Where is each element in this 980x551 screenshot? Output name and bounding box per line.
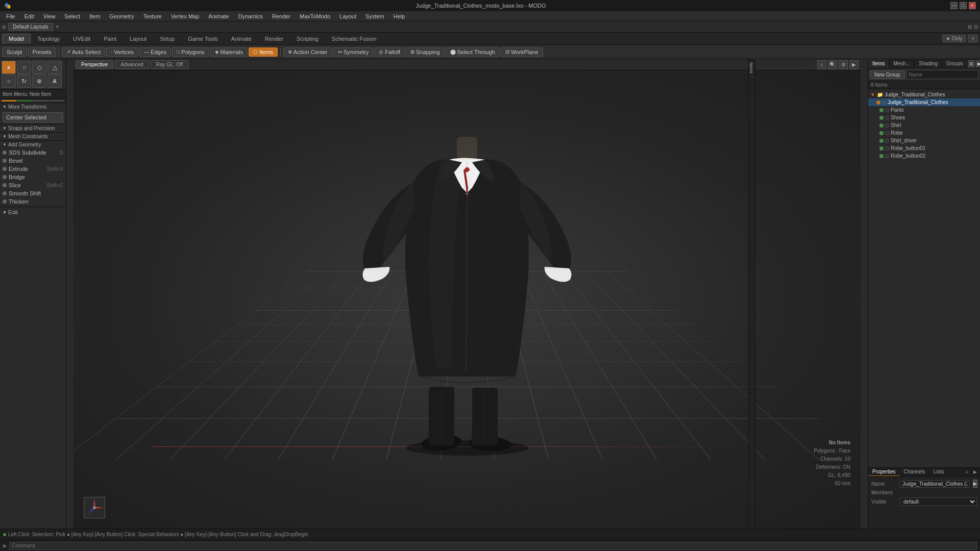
advanced-tab[interactable]: Advanced	[115, 60, 149, 69]
menu-item-vertex map[interactable]: Vertex Map	[167, 12, 204, 20]
workspace-tab-animate[interactable]: Animate	[225, 34, 258, 44]
menu-item-edit[interactable]: Edit	[20, 12, 38, 20]
default-layouts-btn[interactable]: Default Layouts	[8, 23, 53, 31]
vp-icon-more[interactable]: ▶	[849, 60, 859, 69]
item-menu-label[interactable]: Item Menu: New Item	[0, 89, 66, 99]
star-only-btn[interactable]: ★ Only	[942, 35, 966, 42]
vp-icon-settings[interactable]: ⚙	[839, 60, 848, 69]
name-prop-btn[interactable]: ▶	[973, 480, 977, 488]
scene-root-group[interactable]: ▼ 📁 Judge_Traditional_Clothes	[868, 91, 980, 98]
name-filter-input[interactable]	[906, 70, 978, 79]
raygl-tab[interactable]: Ray GL: Off	[151, 60, 189, 69]
text-tool-btn[interactable]: A	[47, 74, 62, 88]
items-side-tab[interactable]: Items	[749, 59, 755, 77]
minimize-btn[interactable]: —	[950, 2, 958, 9]
poly-tool-btn[interactable]: △	[47, 61, 62, 74]
workspace-tab-scripting[interactable]: Scripting	[290, 34, 325, 44]
name-prop-input[interactable]	[900, 480, 970, 488]
workspace-tab-uvedit[interactable]: UVEdit	[66, 34, 97, 44]
items-tab[interactable]: Items	[868, 59, 889, 68]
robe-btn02-item[interactable]: ⬡ Robe_button02	[868, 152, 980, 160]
menu-item-system[interactable]: System	[361, 12, 388, 20]
paint-tool-btn[interactable]: ○	[17, 61, 31, 74]
robe-item[interactable]: ⬡ Robe	[868, 129, 980, 137]
materials-btn[interactable]: ◈Materials	[210, 47, 248, 57]
scene-tree-btn1[interactable]: ⊞	[968, 60, 975, 67]
extrude-tool[interactable]: Extrude Shift+X	[0, 165, 66, 173]
properties-tab[interactable]: Properties	[868, 468, 900, 476]
thicken-tool[interactable]: Thicken	[0, 197, 66, 206]
workspace-tab-topology[interactable]: Topology	[31, 34, 66, 44]
shoes-item[interactable]: ⬡ Shoes	[868, 114, 980, 121]
menu-item-animate[interactable]: Animate	[204, 12, 233, 20]
perspective-tab[interactable]: Perspective	[76, 60, 113, 69]
symmetry-btn[interactable]: ⇔Symmetry	[333, 47, 374, 57]
menu-item-texture[interactable]: Texture	[139, 12, 166, 20]
shading-tab[interactable]: Shading	[915, 59, 942, 68]
vp-icon-home[interactable]: ⌂	[817, 60, 826, 69]
presets-btn[interactable]: Presets	[28, 47, 56, 57]
menu-item-layout[interactable]: Layout	[335, 12, 360, 20]
scene-tree-btn2[interactable]: ▶	[976, 60, 980, 67]
props-add-btn[interactable]: +	[963, 468, 970, 475]
edge-tool-btn[interactable]: ◇	[32, 61, 46, 74]
main-mesh-item[interactable]: ⬡ Judge_Traditional_Clothes	[868, 98, 980, 106]
edges-btn[interactable]: —Edges	[139, 47, 171, 57]
workspace-tab-layout[interactable]: Layout	[123, 34, 153, 44]
bevel-tool[interactable]: Bevel	[0, 157, 66, 165]
auto-select-btn[interactable]: ↗Auto Select	[62, 47, 105, 57]
menu-item-select[interactable]: Select	[60, 12, 84, 20]
menu-item-view[interactable]: View	[39, 12, 60, 20]
more-transforms-header[interactable]: ▼ More Transforms	[0, 103, 66, 111]
center-selected-btn[interactable]: Center Selected	[3, 112, 63, 122]
workspace-tab-schematic-fusion[interactable]: Schematic Fusion	[325, 34, 383, 44]
items-btn[interactable]: ⬡Items	[249, 47, 278, 57]
workspace-tab-setup[interactable]: Setup	[153, 34, 181, 44]
rotate-tool-btn[interactable]: ↻	[17, 74, 31, 88]
maximize-btn[interactable]: □	[960, 2, 967, 9]
scale-tool-btn[interactable]: ⊕	[32, 74, 46, 88]
menu-item-item[interactable]: Item	[85, 12, 104, 20]
visible-select[interactable]: default yes no	[900, 497, 977, 506]
falloff-btn[interactable]: ◎Falloff	[374, 47, 405, 57]
select-through-btn[interactable]: ⬤Select Through	[446, 47, 500, 57]
snapping-btn[interactable]: ⊞Snapping	[406, 47, 445, 57]
select-tool-btn[interactable]: ●	[2, 61, 16, 74]
workspace-tab-paint[interactable]: Paint	[97, 34, 123, 44]
sculpt-btn[interactable]: Sculpt	[2, 47, 27, 57]
sds-subdivide-tool[interactable]: SDS Subdivide D	[0, 148, 66, 157]
mesh-tab[interactable]: Mesh...	[889, 59, 915, 68]
menu-item-file[interactable]: File	[2, 12, 19, 20]
props-more-btn[interactable]: ▶	[971, 468, 978, 475]
bridge-tool[interactable]: Bridge	[0, 173, 66, 181]
slice-tool[interactable]: Slice Shift+C	[0, 181, 66, 189]
move-tool-btn[interactable]: ○	[2, 74, 16, 88]
smooth-shift-tool[interactable]: Smooth Shift	[0, 189, 66, 197]
snaps-header[interactable]: ▼ Snaps and Precision	[0, 124, 66, 132]
robe-btn01-item[interactable]: ⬡ Robe_button01	[868, 144, 980, 152]
channels-tab[interactable]: Channels	[900, 468, 929, 476]
menu-item-maxtomodo[interactable]: MaxToModo	[296, 12, 334, 20]
workspace-tab-render[interactable]: Render	[258, 34, 290, 44]
shirt-item[interactable]: ⬡ Shirt	[868, 121, 980, 129]
lists-tab[interactable]: Lists	[929, 468, 948, 476]
command-input[interactable]	[9, 542, 977, 550]
menu-item-help[interactable]: Help	[389, 12, 409, 20]
action-center-btn[interactable]: ⊕Action Center	[283, 47, 332, 57]
groups-tab[interactable]: Groups	[942, 59, 968, 68]
add-tab-btn[interactable]: +	[968, 35, 978, 42]
shirt-driver-item[interactable]: ⬡ Shirt_driver	[868, 137, 980, 144]
vp-icon-zoom-in[interactable]: 🔍	[828, 60, 837, 69]
workspace-tab-game-tools[interactable]: Game Tools	[181, 34, 225, 44]
workplane-btn[interactable]: ⊟WorkPlane	[501, 47, 543, 57]
workspace-tab-model[interactable]: Model	[2, 34, 31, 44]
vertices-btn[interactable]: ·Vertices	[106, 47, 138, 57]
menu-item-render[interactable]: Render	[268, 12, 295, 20]
canvas-3d[interactable]: No Items Polygons : Face Channels: 10 De…	[74, 70, 861, 529]
menu-item-dynamics[interactable]: Dynamics	[234, 12, 267, 20]
add-geometry-header[interactable]: ▼ Add Geometry	[0, 140, 66, 148]
new-group-btn[interactable]: New Group	[870, 70, 905, 79]
polygons-btn[interactable]: □Polygons	[172, 47, 209, 57]
mesh-constraints-header[interactable]: ▼ Mesh Constraints	[0, 132, 66, 140]
menu-item-geometry[interactable]: Geometry	[105, 12, 138, 20]
